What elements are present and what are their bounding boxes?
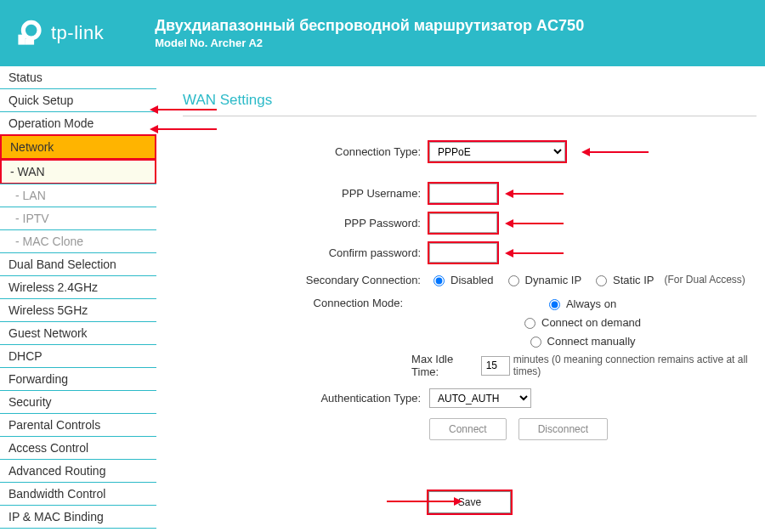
connection-type-select[interactable]: PPPoE — [429, 142, 565, 161]
ppp-username-input[interactable] — [429, 184, 497, 203]
secondary-dynamic-radio[interactable] — [508, 275, 519, 286]
sidebar-item-bandwidth-control[interactable]: Bandwidth Control — [0, 482, 156, 506]
label-connection-type: Connection Type: — [183, 145, 429, 158]
sidebar-item-advanced-routing[interactable]: Advanced Routing — [0, 459, 156, 483]
annotation-arrow — [589, 151, 649, 153]
brand-text: tp-link — [51, 22, 104, 44]
annotation-arrow — [157, 128, 217, 130]
tplink-icon — [15, 19, 44, 48]
sidebar-item-status[interactable]: Status — [0, 65, 156, 89]
svg-point-0 — [23, 22, 39, 38]
auth-type-select[interactable]: AUTO_AUTH — [429, 388, 531, 408]
page-title: WAN Settings — [183, 92, 756, 109]
confirm-password-input[interactable] — [429, 243, 497, 263]
label-confirm-password: Confirm password: — [183, 246, 429, 259]
divider — [183, 116, 756, 116]
mode-demand-radio[interactable] — [524, 318, 536, 329]
svg-rect-1 — [18, 35, 26, 45]
secondary-disabled-radio[interactable] — [434, 275, 445, 286]
sidebar-item-access-control[interactable]: Access Control — [0, 436, 156, 460]
sidebar-item-dhcp[interactable]: DHCP — [0, 344, 156, 368]
disconnect-button[interactable]: Disconnect — [518, 418, 608, 440]
ppp-password-input[interactable] — [429, 213, 497, 233]
mode-demand-label: Connect on demand — [541, 316, 641, 329]
secondary-dynamic-label: Dynamic IP — [525, 274, 581, 286]
secondary-trailing-note: (For Dual Access) — [664, 274, 745, 286]
annotation-arrow — [513, 252, 564, 254]
label-secondary-connection: Secondary Connection: — [183, 274, 429, 286]
sidebar-item-dynamic-dns[interactable]: Dynamic DNS — [0, 528, 156, 532]
brand-logo: tp-link — [15, 19, 104, 48]
secondary-static-label: Static IP — [613, 274, 654, 286]
label-ppp-password: PPP Password: — [183, 217, 429, 229]
sidebar-item-operation-mode[interactable]: Operation Mode — [0, 111, 156, 135]
annotation-arrow — [387, 501, 455, 502]
sidebar-item-network[interactable]: Network — [0, 134, 156, 160]
label-connection-mode: Connection Mode: — [183, 297, 411, 309]
label-ppp-username: PPP Username: — [183, 187, 429, 200]
mode-manual-radio[interactable] — [530, 337, 541, 348]
model-number: Model No. Archer A2 — [155, 37, 584, 49]
svg-rect-2 — [26, 39, 34, 45]
sidebar-item-security[interactable]: Security — [0, 390, 156, 414]
main-content: WAN Settings Connection Type: PPPoE PPP … — [157, 66, 765, 532]
secondary-static-radio[interactable] — [596, 275, 607, 286]
sidebar-item-forwarding[interactable]: Forwarding — [0, 367, 156, 391]
label-auth-type: Authentication Type: — [183, 392, 429, 405]
sidebar-item-dual-band[interactable]: Dual Band Selection — [0, 252, 156, 276]
sidebar-item-wireless-24[interactable]: Wireless 2.4GHz — [0, 275, 156, 299]
connect-button[interactable]: Connect — [429, 418, 507, 440]
max-idle-note: minutes (0 meaning connection remains ac… — [513, 354, 756, 377]
mode-always-label: Always on — [566, 297, 616, 310]
sidebar-item-lan[interactable]: - LAN — [0, 184, 156, 207]
sidebar-item-wan[interactable]: - WAN — [0, 159, 156, 184]
sidebar-item-iptv[interactable]: - IPTV — [0, 207, 156, 230]
sidebar-item-mac-clone[interactable]: - MAC Clone — [0, 229, 156, 253]
sidebar-item-parental-controls[interactable]: Parental Controls — [0, 413, 156, 437]
product-title: Двухдиапазонный беспроводной маршрутизат… — [155, 17, 584, 35]
annotation-arrow — [157, 109, 217, 110]
mode-always-radio[interactable] — [549, 299, 560, 310]
sidebar: Status Quick Setup Operation Mode Networ… — [0, 66, 157, 532]
sidebar-item-ip-mac-binding[interactable]: IP & MAC Binding — [0, 505, 156, 529]
sidebar-item-guest-network[interactable]: Guest Network — [0, 321, 156, 345]
max-idle-input[interactable] — [481, 356, 510, 376]
annotation-arrow — [513, 193, 564, 195]
sidebar-item-quick-setup[interactable]: Quick Setup — [0, 88, 156, 112]
save-button[interactable]: Save — [428, 491, 511, 513]
label-max-idle: Max Idle Time: — [411, 353, 478, 378]
app-header: tp-link Двухдиапазонный беспроводной мар… — [0, 0, 765, 66]
annotation-arrow — [513, 223, 564, 224]
header-titles: Двухдиапазонный беспроводной маршрутизат… — [155, 17, 584, 49]
secondary-disabled-label: Disabled — [450, 274, 494, 286]
sidebar-item-wireless-5[interactable]: Wireless 5GHz — [0, 298, 156, 322]
mode-manual-label: Connect manually — [547, 335, 636, 348]
